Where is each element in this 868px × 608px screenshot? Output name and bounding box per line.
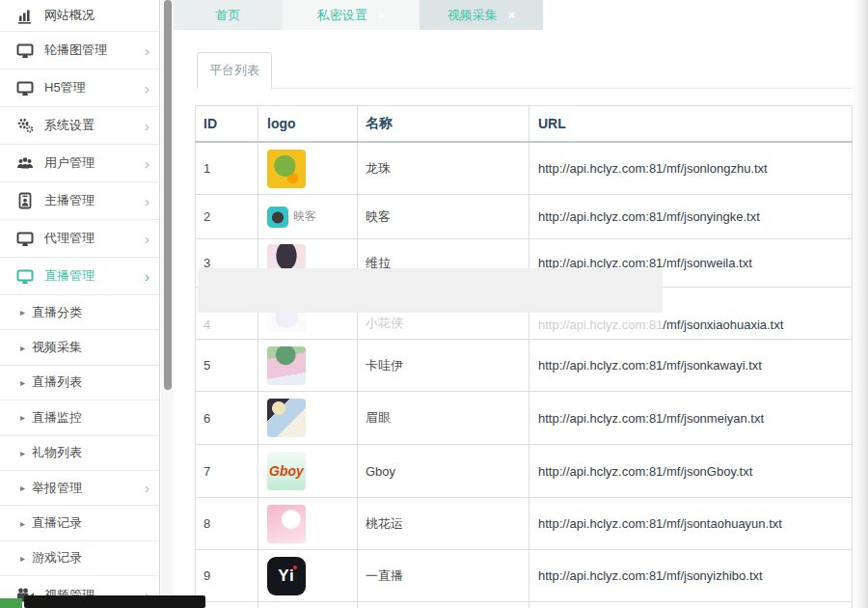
yingke-panda-logo: 映客	[267, 207, 316, 228]
tab-privacy-settings[interactable]: 私密设置 ×	[283, 0, 420, 30]
triangle-bullet-icon: ▸	[20, 307, 25, 318]
cell-name: 眉眼	[357, 392, 529, 444]
cell-logo: Gboy	[258, 445, 357, 497]
sidebar-item-agent-mgmt[interactable]: 代理管理 ›	[0, 220, 159, 258]
chevron-right-icon: ›	[145, 481, 149, 495]
tab-video-collect[interactable]: 视频采集 ×	[420, 0, 543, 30]
gray-placeholder-overlay	[198, 268, 663, 313]
sidebar-item-site-overview[interactable]: 网站概况	[0, 0, 159, 32]
monitor-icon	[14, 79, 36, 97]
cell-logo	[258, 392, 357, 444]
longzhu-dragon-logo	[267, 150, 306, 188]
chevron-right-icon: ›	[145, 194, 149, 208]
triangle-bullet-icon: ▸	[20, 412, 25, 423]
col-header-logo: logo	[258, 106, 357, 141]
sidebar-nav: 网站概况 轮播图管理 › H5管理 › 系统设置 ›	[0, 0, 160, 608]
triangle-bullet-icon: ▸	[20, 377, 25, 388]
sidebar-subitem-live-list[interactable]: ▸ 直播列表	[0, 366, 159, 401]
id-card-icon	[14, 192, 36, 209]
close-icon[interactable]: ×	[378, 9, 386, 21]
cell-name: 龙珠	[357, 143, 529, 194]
sidebar-subitem-game-records[interactable]: ▸ 游戏记录	[0, 541, 159, 576]
tab-platform-list[interactable]: 平台列表	[197, 52, 272, 89]
cell-url: http://api.hclyz.com:81/mf/jsonyizhibo.t…	[529, 550, 853, 601]
sidebar-item-label: 主播管理	[44, 192, 141, 209]
sidebar-subitem-live-monitor[interactable]: ▸ 直播监控	[0, 401, 159, 435]
close-icon[interactable]: ×	[508, 9, 516, 21]
table-row: 9 Yi 一直播 http://api.hclyz.com:81/mf/json…	[195, 550, 853, 602]
cell-id: 8	[195, 498, 258, 549]
cell-url: http://api.hclyz.com:81/mf/jsonkawayi.tx…	[529, 340, 853, 391]
sidebar-subitem-label: 直播监控	[32, 409, 149, 427]
sidebar-item-carousel-mgmt[interactable]: 轮播图管理 ›	[0, 32, 159, 69]
sidebar-subitem-label: 举报管理	[32, 480, 141, 497]
table-row: 1 龙珠 http://api.hclyz.com:81/mf/jsonlong…	[195, 143, 853, 195]
chevron-right-icon: ›	[145, 119, 149, 133]
gboy-logo: Gboy	[267, 452, 306, 490]
sidebar-subitem-report-mgmt[interactable]: ▸ 举报管理 ›	[0, 471, 159, 506]
cell-id: 7	[195, 445, 258, 497]
cell-logo	[258, 602, 357, 608]
sidebar-scrollbar-thumb[interactable]	[164, 0, 172, 390]
sidebar-item-label: 网站概况	[44, 7, 149, 24]
table-row: 5 卡哇伊 http://api.hclyz.com:81/mf/jsonkaw…	[195, 340, 853, 392]
sidebar-subitem-label: 直播列表	[32, 373, 149, 391]
cell-url: http://api.hclyz.com:81/mf/jsonGboy.txt	[529, 445, 853, 497]
chevron-right-icon: ›	[145, 156, 149, 171]
tab-label: 首页	[216, 7, 241, 24]
sidebar-item-user-mgmt[interactable]: 用户管理 ›	[0, 145, 159, 182]
monitor-icon	[14, 230, 36, 247]
bottom-green-fragment	[0, 598, 22, 608]
tab-label: 视频采集	[448, 7, 498, 24]
table-row-partial	[195, 602, 853, 608]
chevron-right-icon: ›	[145, 81, 149, 96]
col-header-id: ID	[195, 106, 258, 141]
table-header-row: ID logo 名称 URL	[195, 106, 853, 143]
sidebar-subitem-live-records[interactable]: ▸ 直播记录	[0, 506, 159, 540]
cell-url: http://api.hclyz.com:81/mf/jsonmeiyan.tx…	[529, 392, 853, 444]
sidebar-subitem-label: 视频采集	[32, 339, 149, 356]
cell-id: 6	[195, 392, 258, 444]
bar-chart-icon	[14, 7, 36, 24]
sidebar-item-label: 直播管理	[44, 267, 141, 285]
col-header-name: 名称	[357, 106, 529, 141]
cell-name: Gboy	[357, 445, 529, 497]
sidebar-subitem-label: 礼物列表	[32, 444, 149, 461]
cell-name: 卡哇伊	[357, 340, 529, 391]
cell-url: http://api.hclyz.com:81/mf/jsontaohuayun…	[529, 498, 853, 549]
col-header-url: URL	[529, 106, 853, 141]
monitor-icon	[14, 267, 36, 285]
meiyan-portrait-logo	[267, 399, 306, 437]
cell-logo	[258, 143, 357, 194]
cell-url: http://api.hclyz.com:81/mf/jsonyingke.tx…	[529, 195, 853, 238]
table-row: 8 桃花运 http://api.hclyz.com:81/mf/jsontao…	[195, 498, 853, 550]
sidebar-item-label: 系统设置	[44, 117, 141, 134]
sidebar-subitem-gift-list[interactable]: ▸ 礼物列表	[0, 436, 159, 471]
yingke-icon	[267, 207, 288, 228]
bottom-black-tooltip	[24, 595, 205, 608]
sidebar-subitem-live-category[interactable]: ▸ 直播分类	[0, 295, 159, 330]
monitor-icon	[14, 41, 36, 59]
triangle-bullet-icon: ▸	[20, 518, 25, 529]
kawayi-girl-logo	[267, 346, 306, 385]
table-row: 6 眉眼 http://api.hclyz.com:81/mf/jsonmeiy…	[195, 392, 853, 445]
sidebar-item-live-mgmt[interactable]: 直播管理 ›	[0, 258, 159, 295]
sidebar-item-h5-mgmt[interactable]: H5管理 ›	[0, 69, 159, 107]
yingke-logo-text: 映客	[293, 208, 316, 225]
tab-home[interactable]: 首页	[174, 0, 283, 30]
sidebar-subitem-video-collect[interactable]: ▸ 视频采集	[0, 330, 159, 365]
sidebar-item-system-settings[interactable]: 系统设置 ›	[0, 107, 159, 145]
table-row: 7 Gboy Gboy http://api.hclyz.com:81/mf/j…	[195, 445, 853, 498]
cell-id: 2	[195, 195, 258, 238]
cell-id: 1	[195, 143, 258, 194]
users-icon	[14, 154, 36, 172]
cell-name	[357, 602, 529, 608]
sidebar-subitem-label: 直播记录	[32, 514, 149, 532]
sidebar-item-anchor-mgmt[interactable]: 主播管理 ›	[0, 182, 159, 220]
yizhibo-logo: Yi	[267, 557, 306, 595]
cell-logo	[258, 340, 357, 391]
cell-name: 映客	[357, 195, 529, 238]
sidebar-item-label: 代理管理	[44, 230, 141, 247]
cell-logo	[258, 498, 357, 549]
chevron-right-icon: ›	[145, 43, 149, 58]
